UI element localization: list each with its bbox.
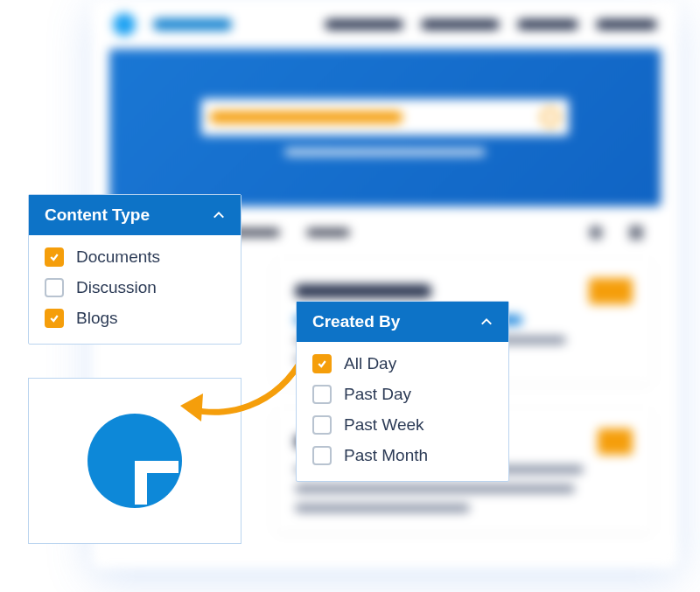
- created-by-title: Created By: [312, 312, 400, 331]
- add-filter-tile: [28, 378, 242, 544]
- content-type-option-discussion[interactable]: Discussion: [45, 278, 225, 297]
- add-filter-button[interactable]: [88, 414, 182, 508]
- option-label: Documents: [76, 247, 160, 267]
- chevron-up-icon: [480, 316, 493, 328]
- option-label: Discussion: [76, 278, 157, 297]
- option-label: Past Month: [344, 446, 428, 465]
- chevron-up-icon: [213, 209, 225, 221]
- checkbox-unchecked-icon: [312, 385, 332, 404]
- created-by-option-past-month[interactable]: Past Month: [312, 446, 493, 465]
- option-label: All Day: [344, 354, 396, 373]
- content-type-panel-header[interactable]: Content Type: [29, 195, 241, 235]
- option-label: Blogs: [76, 309, 118, 328]
- created-by-option-past-week[interactable]: Past Week: [312, 415, 493, 435]
- content-type-option-blogs[interactable]: Blogs: [45, 309, 225, 328]
- created-by-options: All Day Past Day Past Week Past Month: [297, 342, 508, 481]
- created-by-option-past-day[interactable]: Past Day: [312, 385, 493, 404]
- created-by-filter-panel: Created By All Day Past Day Past Week Pa…: [296, 301, 509, 482]
- checkbox-checked-icon: [312, 354, 332, 373]
- checkbox-checked-icon: [45, 309, 64, 328]
- checkbox-unchecked-icon: [312, 446, 332, 465]
- checkbox-checked-icon: [45, 247, 64, 267]
- content-type-options: Documents Discussion Blogs: [29, 235, 241, 344]
- option-label: Past Day: [344, 385, 411, 404]
- content-type-title: Content Type: [45, 205, 150, 225]
- checkbox-unchecked-icon: [312, 415, 332, 435]
- created-by-option-all-day[interactable]: All Day: [312, 354, 493, 373]
- option-label: Past Week: [344, 415, 424, 435]
- created-by-panel-header[interactable]: Created By: [297, 302, 508, 342]
- checkbox-unchecked-icon: [45, 278, 64, 297]
- content-type-option-documents[interactable]: Documents: [45, 247, 225, 267]
- content-type-filter-panel: Content Type Documents Discussion Blogs: [28, 194, 242, 345]
